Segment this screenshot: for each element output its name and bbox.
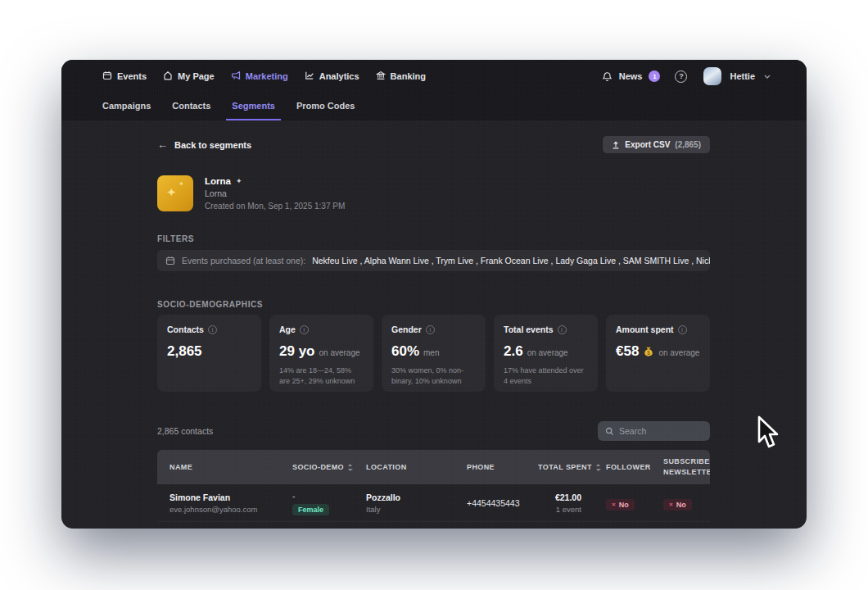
nav-item-label: My Page xyxy=(178,71,215,81)
stat-card-caption: 30% women, 0% non-binary, 10% unknown xyxy=(391,365,476,386)
filter-value: Nekfeu Live , Alpha Wann Live , Trym Liv… xyxy=(312,256,710,266)
export-count: (2,865) xyxy=(675,140,701,149)
stat-card-suffix: men xyxy=(423,348,439,357)
topnav-right-cluster: News 1 ? Hettie xyxy=(602,67,771,85)
bell-icon[interactable] xyxy=(602,71,613,82)
nav-item-label: Analytics xyxy=(319,71,359,81)
nav-item-my-page[interactable]: My Page xyxy=(163,70,215,82)
socio-section-title: SOCIO-DEMOGRAPHICS xyxy=(157,300,710,309)
sort-icon[interactable] xyxy=(347,464,353,471)
tab-label: Campaigns xyxy=(102,101,151,111)
contacts-table: NAME SOCIO-DEMO LOCATION PHONE TOTAL SPE… xyxy=(157,450,710,529)
segment-header: ✦ ✦ Lorna ✦ Lorna Created on Mon, Sep 1,… xyxy=(157,175,710,211)
cell-follower: ×No xyxy=(606,495,663,511)
cell-location: Pozzallo Italy xyxy=(366,492,467,514)
tab-promo-codes[interactable]: Promo Codes xyxy=(291,93,361,120)
search-icon xyxy=(605,427,614,436)
back-arrow-icon: ← xyxy=(157,138,168,151)
user-name[interactable]: Hettie xyxy=(730,71,755,81)
megaphone-icon xyxy=(231,70,241,82)
sparkle-icon: ✦ xyxy=(166,186,177,198)
stat-card-contacts: Contacts i 2,865 xyxy=(157,315,261,392)
cell-phone: +4454435443 xyxy=(467,498,538,508)
top-navigation: Events My Page Marketing Analytics Banki… xyxy=(61,60,807,93)
app-window: Events My Page Marketing Analytics Banki… xyxy=(61,60,807,529)
info-icon[interactable]: i xyxy=(300,325,309,334)
tab-segments[interactable]: Segments xyxy=(226,93,281,120)
nav-item-events[interactable]: Events xyxy=(102,70,147,82)
tab-campaigns[interactable]: Campaigns xyxy=(97,93,156,120)
column-header-location: LOCATION xyxy=(366,463,467,471)
news-badge: 1 xyxy=(649,70,660,82)
info-icon[interactable]: i xyxy=(208,325,217,334)
table-header: NAME SOCIO-DEMO LOCATION PHONE TOTAL SPE… xyxy=(157,450,710,484)
back-label: Back to segments xyxy=(174,140,251,150)
stat-card-suffix: on average xyxy=(658,348,699,357)
news-link[interactable]: News xyxy=(619,71,643,81)
table-row[interactable]: Simone Favian eve.johnson@yahoo.com - Fe… xyxy=(157,484,710,522)
info-icon[interactable]: i xyxy=(678,325,687,334)
filter-label: Events purchased (at least one): xyxy=(182,256,305,266)
chevron-down-icon[interactable] xyxy=(764,75,771,79)
segment-subtitle: Lorna xyxy=(205,188,345,198)
column-header-phone: PHONE xyxy=(467,463,538,471)
stat-card-caption: 17% have attended over 4 events xyxy=(504,365,588,386)
nav-item-marketing[interactable]: Marketing xyxy=(231,70,288,82)
stat-card-value: 2,865 xyxy=(167,343,202,360)
sparkle-icon: ✦ xyxy=(179,181,184,188)
desktop-background: Events My Page Marketing Analytics Banki… xyxy=(0,0,868,590)
marketing-subnav: Campaigns Contacts Segments Promo Codes xyxy=(61,93,807,120)
bank-icon xyxy=(376,70,386,82)
cell-socio-demo: - Female xyxy=(292,491,366,515)
tab-label: Promo Codes xyxy=(296,101,355,111)
stat-card-title: Total events xyxy=(504,324,554,334)
calendar-icon xyxy=(102,70,112,82)
nav-item-analytics[interactable]: Analytics xyxy=(305,70,359,82)
line-chart-icon xyxy=(305,70,314,82)
segment-detail-content: ← Back to segments Export CSV (2,865) ✦ … xyxy=(61,136,807,529)
money-bag-icon: $ xyxy=(643,346,654,357)
stat-card-value: 29 yo xyxy=(279,343,314,360)
stat-card-title: Contacts xyxy=(167,324,204,334)
stat-card-value: 2.6 xyxy=(504,343,523,360)
stat-card-suffix: on average xyxy=(319,348,359,357)
stat-card-total-events: Total events i 2.6 on average 17% have a… xyxy=(494,315,598,392)
search-input[interactable] xyxy=(619,426,703,436)
nav-item-banking[interactable]: Banking xyxy=(376,70,426,82)
info-icon[interactable]: i xyxy=(558,325,567,334)
filter-events-purchased[interactable]: Events purchased (at least one): Nekfeu … xyxy=(157,250,710,271)
stat-card-gender: Gender i 60% men 30% women, 0% non-binar… xyxy=(382,315,486,392)
cell-newsletter: ×No xyxy=(663,495,710,511)
download-icon xyxy=(612,141,620,149)
search-box[interactable] xyxy=(598,421,710,441)
column-header-newsletter: SUBSCRIBED TONEWSLETTER xyxy=(663,456,710,479)
newsletter-badge: ×No xyxy=(663,499,692,511)
stat-card-age: Age i 29 yo on average 14% are 18—24, 58… xyxy=(269,315,373,392)
stat-card-title: Gender xyxy=(391,324,422,334)
x-icon: × xyxy=(669,502,673,508)
nav-item-label: Banking xyxy=(391,71,426,81)
home-icon xyxy=(163,70,173,82)
avatar[interactable] xyxy=(703,67,721,85)
tab-label: Segments xyxy=(232,101,275,111)
table-row[interactable]: Andrea Destiney - Rome €21.00 xyxy=(157,522,710,529)
info-icon[interactable]: i xyxy=(426,325,435,334)
stat-card-title: Age xyxy=(279,324,296,334)
x-icon: × xyxy=(612,502,616,508)
help-icon[interactable]: ? xyxy=(675,70,687,83)
stat-card-title: Amount spent xyxy=(616,324,674,334)
sparkle-icon: ✦ xyxy=(236,177,242,185)
calendar-icon xyxy=(165,256,175,266)
export-label: Export CSV xyxy=(625,140,670,149)
export-csv-button[interactable]: Export CSV (2,865) xyxy=(603,136,710,153)
column-header-follower: FOLLOWER xyxy=(606,463,663,471)
segment-created-date: Created on Mon, Sep 1, 2025 1:37 PM xyxy=(205,202,345,211)
segment-thumbnail: ✦ ✦ xyxy=(157,175,193,211)
sort-icon[interactable] xyxy=(595,464,601,471)
svg-text:$: $ xyxy=(648,350,651,356)
stat-card-value: €58 xyxy=(616,343,639,360)
tab-contacts[interactable]: Contacts xyxy=(166,93,216,120)
back-to-segments-link[interactable]: ← Back to segments xyxy=(157,138,251,151)
nav-item-label: Events xyxy=(117,71,147,81)
stat-card-caption: 14% are 18—24, 58% are 25+, 29% unknown xyxy=(279,365,364,386)
